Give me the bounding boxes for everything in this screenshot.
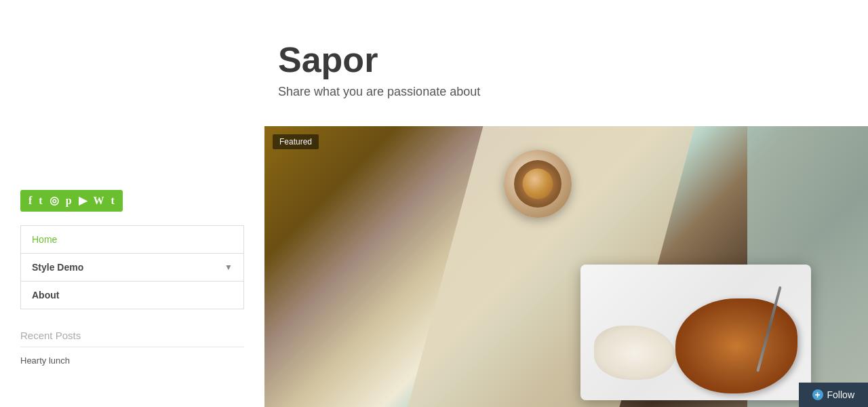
nav-label-home: Home bbox=[32, 234, 57, 245]
food-image bbox=[264, 126, 868, 407]
wordpress-icon[interactable]: W bbox=[94, 195, 104, 206]
sidebar: f t ◎ p ▶ W t Home Style Demo ▼ About Re… bbox=[0, 0, 264, 407]
nav-label-about: About bbox=[32, 290, 59, 301]
featured-image-area[interactable]: Featured bbox=[264, 126, 868, 407]
instagram-icon[interactable]: ◎ bbox=[50, 195, 59, 206]
food-cream bbox=[594, 326, 675, 380]
twitter-icon[interactable]: t bbox=[39, 195, 42, 206]
site-title: Sapor bbox=[278, 41, 868, 79]
follow-button[interactable]: + Follow bbox=[799, 383, 868, 407]
coffee-cup-outer bbox=[504, 150, 572, 218]
follow-plus-icon: + bbox=[812, 389, 823, 400]
nav-item-about[interactable]: About bbox=[21, 282, 243, 309]
latte-art bbox=[514, 160, 561, 208]
main-content: Sapor Share what you are passionate abou… bbox=[264, 0, 868, 407]
tumblr-icon[interactable]: t bbox=[111, 195, 115, 206]
site-header: Sapor Share what you are passionate abou… bbox=[264, 0, 868, 126]
follow-label: Follow bbox=[827, 389, 854, 400]
plate bbox=[580, 265, 811, 400]
nav-item-home[interactable]: Home bbox=[21, 226, 243, 254]
social-icons-bar[interactable]: f t ◎ p ▶ W t bbox=[20, 190, 123, 212]
chevron-down-icon: ▼ bbox=[224, 263, 233, 272]
page-wrapper: f t ◎ p ▶ W t Home Style Demo ▼ About Re… bbox=[0, 0, 868, 407]
food-item bbox=[675, 298, 797, 393]
coffee-cup bbox=[494, 140, 582, 228]
recent-post-item[interactable]: Hearty lunch bbox=[20, 355, 244, 366]
pinterest-icon[interactable]: p bbox=[66, 195, 72, 206]
recent-posts-title: Recent Posts bbox=[20, 330, 244, 347]
nav-label-style-demo: Style Demo bbox=[32, 262, 83, 273]
nav-menu: Home Style Demo ▼ About bbox=[20, 225, 244, 309]
nav-item-style-demo[interactable]: Style Demo ▼ bbox=[21, 254, 243, 282]
youtube-icon[interactable]: ▶ bbox=[79, 195, 87, 206]
recent-posts-section: Recent Posts Hearty lunch bbox=[20, 330, 244, 366]
featured-badge: Featured bbox=[273, 134, 319, 149]
facebook-icon[interactable]: f bbox=[28, 195, 32, 206]
site-tagline: Share what you are passionate about bbox=[278, 85, 868, 99]
